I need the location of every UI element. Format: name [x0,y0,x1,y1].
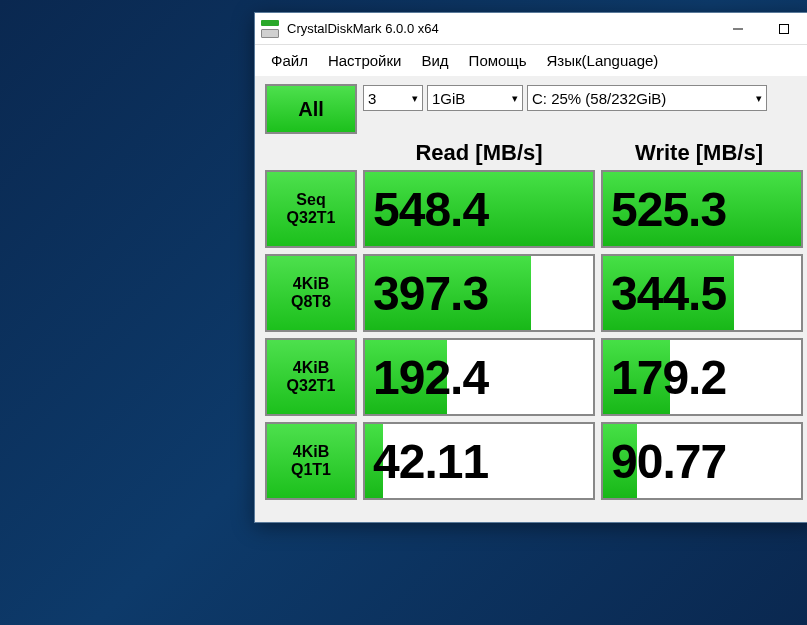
write-value-cell: 344.5 [601,254,803,332]
header-write: Write [MB/s] [595,140,803,166]
read-value: 397.3 [373,266,488,321]
test-row: 4KiBQ1T142.1190.77 [265,422,803,500]
read-value-cell: 548.4 [363,170,595,248]
test-label-top: 4KiB [293,443,329,461]
read-value: 42.11 [373,434,488,489]
drive-select[interactable]: C: 25% (58/232GiB) ▾ [527,85,767,111]
test-label-bottom: Q8T8 [291,293,331,311]
test-size-value: 1GiB [432,90,465,107]
write-value-cell: 90.77 [601,422,803,500]
menu-language[interactable]: Язык(Language) [539,49,667,72]
write-value-cell: 179.2 [601,338,803,416]
test-label-top: 4KiB [293,359,329,377]
window-title: CrystalDiskMark 6.0.0 x64 [287,21,439,36]
column-headers: Read [MB/s] Write [MB/s] [363,140,803,166]
menu-view[interactable]: Вид [413,49,456,72]
test-label-bottom: Q32T1 [287,377,336,395]
test-label-bottom: Q32T1 [287,209,336,227]
menubar: Файл Настройки Вид Помощь Язык(Language) [255,45,807,76]
controls-row: All 3 ▾ 1GiB ▾ C: 25% (58/232GiB) ▾ [265,84,803,134]
test-row: SeqQ32T1548.4525.3 [265,170,803,248]
svg-rect-1 [780,24,789,33]
test-size-select[interactable]: 1GiB ▾ [427,85,523,111]
write-value: 525.3 [611,182,726,237]
run-test-button[interactable]: 4KiBQ1T1 [265,422,357,500]
maximize-icon [779,24,789,34]
test-count-value: 3 [368,90,376,107]
test-row: 4KiBQ8T8397.3344.5 [265,254,803,332]
chevron-down-icon: ▾ [512,92,518,105]
test-label-top: 4KiB [293,275,329,293]
menu-settings[interactable]: Настройки [320,49,410,72]
run-test-button[interactable]: 4KiBQ8T8 [265,254,357,332]
read-value: 192.4 [373,350,488,405]
menu-help[interactable]: Помощь [461,49,535,72]
run-test-button[interactable]: 4KiBQ32T1 [265,338,357,416]
app-window: CrystalDiskMark 6.0.0 x64 Файл Настройки… [254,12,807,523]
chevron-down-icon: ▾ [412,92,418,105]
run-test-button[interactable]: SeqQ32T1 [265,170,357,248]
write-value: 344.5 [611,266,726,321]
test-label-bottom: Q1T1 [291,461,331,479]
titlebar[interactable]: CrystalDiskMark 6.0.0 x64 [255,13,807,45]
write-value: 179.2 [611,350,726,405]
drive-value: C: 25% (58/232GiB) [532,90,666,107]
test-row: 4KiBQ32T1192.4179.2 [265,338,803,416]
test-label-top: Seq [296,191,325,209]
test-count-select[interactable]: 3 ▾ [363,85,423,111]
read-value-cell: 192.4 [363,338,595,416]
app-icon [261,20,279,38]
read-value: 548.4 [373,182,488,237]
minimize-icon [733,24,743,34]
minimize-button[interactable] [715,14,761,44]
header-read: Read [MB/s] [363,140,595,166]
run-all-label: All [298,98,324,121]
read-value-cell: 397.3 [363,254,595,332]
body-area: All 3 ▾ 1GiB ▾ C: 25% (58/232GiB) ▾ [255,76,807,522]
maximize-button[interactable] [761,14,807,44]
write-value-cell: 525.3 [601,170,803,248]
chevron-down-icon: ▾ [756,92,762,105]
run-all-button[interactable]: All [265,84,357,134]
write-value: 90.77 [611,434,726,489]
read-value-cell: 42.11 [363,422,595,500]
menu-file[interactable]: Файл [263,49,316,72]
